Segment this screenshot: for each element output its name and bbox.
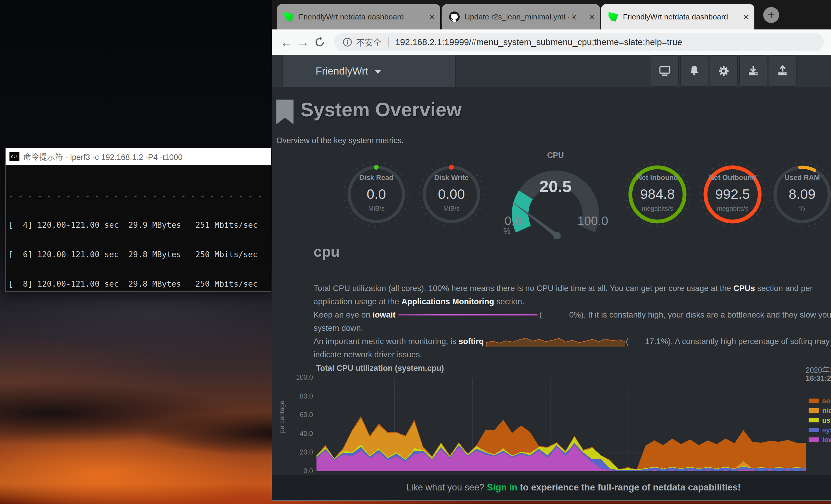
gauge-used-ram[interactable]: Used RAM 8.09 %	[768, 160, 831, 228]
gauge-value: 984.8	[624, 186, 691, 202]
legend-item-softirq[interactable]: softirq	[809, 396, 831, 406]
reload-icon[interactable]	[314, 36, 326, 48]
gauge-label: Disk Read	[342, 174, 410, 182]
gauge-unit: MiB/s	[418, 205, 485, 212]
back-icon[interactable]: ←	[278, 35, 295, 49]
iowait-sparkline[interactable]	[398, 314, 538, 316]
gauge-label: Used RAM	[768, 174, 831, 182]
cpu-utilization-chart[interactable]	[316, 378, 806, 471]
netdata-favicon	[608, 12, 618, 22]
import-settings-button[interactable]	[739, 55, 767, 87]
tab-github[interactable]: Update r2s_lean_minimal.yml · k ×	[442, 4, 600, 29]
tab-close-icon[interactable]: ×	[589, 12, 595, 22]
nodes-view-button[interactable]	[651, 55, 679, 87]
applications-monitoring-link[interactable]: Applications Monitoring	[401, 295, 494, 308]
tab-netdata-2-active[interactable]: FriendlyWrt netdata dashboard ×	[601, 4, 754, 29]
gauge-dot	[449, 165, 454, 170]
tab-divider	[441, 9, 441, 24]
forward-icon[interactable]: →	[295, 35, 311, 49]
softirq-label: softirq	[459, 335, 484, 348]
gauge-min: 0.0	[505, 214, 522, 228]
cpu-text-line: An important metric worth monitoring, is…	[314, 335, 831, 348]
softirq-value: 17.1%	[645, 335, 668, 348]
host-dropdown[interactable]: FriendlyWrt	[282, 55, 456, 87]
cpu-text-line: application usage at the Applications Mo…	[314, 295, 831, 308]
legend-item-nice[interactable]: nice	[809, 406, 831, 415]
info-icon[interactable]	[342, 37, 352, 47]
browser-bottom-edge	[272, 500, 831, 501]
tab-title: Update r2s_lean_minimal.yml · k	[464, 12, 586, 22]
gauge-unit: megabits/s	[699, 205, 767, 212]
alarms-button[interactable]	[681, 55, 708, 87]
gauge-label: CPU	[501, 151, 610, 160]
text: Total CPU utilization (all cores). 100% …	[314, 281, 734, 295]
terminal-line: [ 4] 120.00-121.00 sec 29.9 MBytes 251 M…	[8, 220, 271, 230]
chart-time: 16:31:2	[806, 374, 831, 383]
host-name: FriendlyWrt	[316, 65, 368, 77]
bell-icon	[688, 64, 701, 78]
terminal-output[interactable]: - - - - - - - - - - - - - - - - - - - - …	[6, 165, 271, 291]
softirq-sparkline[interactable]	[486, 335, 625, 347]
chart-title: Total CPU utilization (system.cpu)	[316, 364, 444, 373]
gauge-label: Disk Write	[418, 174, 485, 182]
settings-button[interactable]	[710, 55, 738, 87]
terminal-titlebar[interactable]: C:\ 命令提示符 - iperf3 -c 192.168.1.2 -P4 -t…	[6, 148, 271, 165]
github-icon	[449, 11, 460, 22]
gauge-unit: MiB/s	[342, 205, 410, 212]
y-axis-label: percentage	[278, 401, 286, 433]
monitor-icon	[658, 64, 671, 78]
terminal-window[interactable]: C:\ 命令提示符 - iperf3 -c 192.168.1.2 -P4 -t…	[5, 148, 271, 292]
legend-item-iowait[interactable]: iowait	[809, 435, 831, 445]
terminal-line: [ 8] 120.00-121.00 sec 29.8 MBytes 250 M…	[8, 279, 271, 289]
text: indicate network driver issues.	[314, 348, 422, 361]
gauge-dot	[374, 165, 379, 170]
gauge-net-inbound[interactable]: Net Inbound 984.8 megabits/s	[624, 160, 691, 228]
download-icon	[747, 64, 760, 78]
cpu-text-line: Total CPU utilization (all cores). 100% …	[314, 281, 831, 295]
gauge-cpu[interactable]: CPU 20.5 0.0 100.0 %	[501, 151, 610, 239]
tab-netdata-1[interactable]: FriendlyWrt netdata dashboard ×	[277, 4, 440, 29]
cpus-link[interactable]: CPUs	[734, 281, 755, 295]
tab-close-icon[interactable]: ×	[429, 12, 435, 22]
address-bar[interactable]: 不安全 192.168.2.1:19999/#menu_system_subme…	[334, 33, 824, 51]
gauge-label: Net Outbound	[699, 174, 767, 182]
signin-link[interactable]: Sign in	[487, 482, 517, 493]
tab-close-icon[interactable]: ×	[743, 12, 749, 22]
gauge-label: Net Inbound	[624, 174, 691, 182]
page-title: System Overview	[300, 98, 462, 121]
terminal-line: [ 6] 120.00-121.00 sec 29.8 MBytes 250 M…	[8, 249, 271, 259]
cpu-text-line: system down.	[314, 321, 831, 335]
security-label[interactable]: 不安全	[356, 36, 382, 48]
legend-item-system[interactable]: system	[809, 425, 831, 435]
text: system down.	[314, 321, 363, 335]
y-tick: 0.0	[284, 467, 313, 475]
chart-legend: softirqniceusersystemiowait	[809, 396, 831, 445]
y-tick: 80.0	[284, 392, 313, 400]
gauge-unit: megabits/s	[624, 205, 691, 212]
y-tick: 100.0	[284, 374, 313, 382]
new-tab-button[interactable]: +	[763, 7, 779, 23]
signin-post: to experience the full-range of netdata …	[517, 482, 741, 493]
gauge-value: 0.0	[342, 186, 410, 202]
gauge-disk-read[interactable]: Disk Read 0.0 MiB/s	[342, 160, 410, 228]
text: section and per	[755, 281, 813, 295]
screen: C:\ 命令提示符 - iperf3 -c 192.168.1.2 -P4 -t…	[0, 0, 831, 504]
text: (	[626, 335, 629, 348]
upload-icon	[776, 64, 789, 78]
gauge-disk-write[interactable]: Disk Write 0.00 MiB/s	[418, 160, 485, 228]
text: (	[539, 308, 542, 321]
legend-item-user[interactable]: user	[809, 415, 831, 425]
text: ). A constantly high percentage of softi…	[668, 335, 830, 348]
gauge-value: 0.00	[418, 186, 485, 202]
chart-date: 2020年3	[806, 364, 831, 375]
text: An important metric worth monitoring, is	[314, 335, 459, 348]
url-text[interactable]: 192.168.2.1:19999/#menu_system_submenu_c…	[395, 37, 682, 47]
export-settings-button[interactable]	[769, 55, 797, 87]
gauge-unit: %	[768, 205, 831, 212]
iowait-label: iowait	[372, 308, 396, 321]
cpu-section-text: Total CPU utilization (all cores). 100% …	[314, 281, 831, 361]
gauge-value: 992.5	[699, 186, 767, 202]
gear-icon	[717, 64, 730, 78]
gauge-net-outbound[interactable]: Net Outbound 992.5 megabits/s	[699, 160, 767, 228]
omnibox-divider	[388, 37, 389, 48]
